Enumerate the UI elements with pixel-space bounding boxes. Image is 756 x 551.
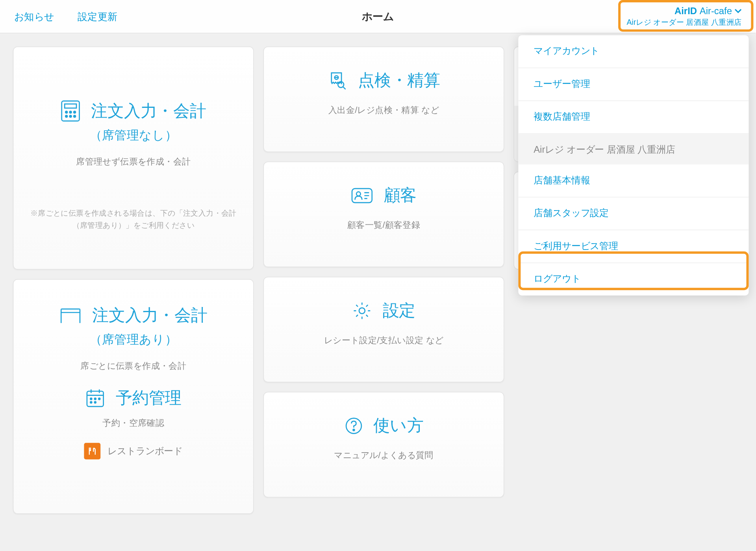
svg-point-7 [74,115,76,117]
svg-point-9 [90,398,92,399]
card-desc: 席管理せず伝票を作成・会計 [25,156,241,167]
card-title: 注文入力・会計 [92,304,208,327]
table-icon [59,305,82,325]
card-title: 使い方 [373,415,423,437]
menu-user-mgmt[interactable]: ユーザー管理 [518,68,749,101]
gear-icon [352,301,372,321]
card-desc: レシート設定/支払い設定 など [276,335,492,346]
calendar-icon [85,388,105,409]
card-subtitle: （席管理なし） [25,127,241,143]
svg-point-3 [70,111,72,113]
receipt-search-icon [327,70,347,91]
card-title: 設定 [383,300,416,322]
card-order-seat[interactable]: 注文入力・会計 （席管理あり） 席ごとに伝票を作成・会計 予約管理 予約・空席確… [13,279,254,514]
card-desc-reserve: 予約・空席確認 [25,418,241,429]
svg-point-10 [94,398,96,399]
restaurant-board-icon [84,443,100,459]
restaurant-board-label: レストランボード [107,445,183,457]
svg-point-17 [356,192,360,196]
svg-point-18 [359,308,365,314]
card-title: 点検・精算 [358,69,440,92]
svg-point-12 [90,401,92,403]
calculator-icon [61,100,81,122]
menu-multi-store[interactable]: 複数店舗管理 [518,101,749,134]
card-howto[interactable]: 使い方 マニュアル/よくある質問 [263,392,504,497]
svg-point-2 [65,111,67,113]
svg-rect-1 [65,104,76,108]
airid-label: AirID [674,6,697,16]
card-title-reserve: 予約管理 [116,387,182,410]
card-subtitle: （席管理あり） [25,331,241,348]
svg-point-6 [70,115,72,117]
card-order-no-seat[interactable]: 注文入力・会計 （席管理なし） 席管理せず伝票を作成・会計 ※席ごとに伝票を作成… [13,46,254,270]
restaurant-board-row[interactable]: レストランボード [25,443,241,459]
svg-point-5 [65,115,67,117]
account-dropdown: マイアカウント ユーザー管理 複数店舗管理 Airレジ オーダー 居酒屋 八重洲… [518,35,749,296]
menu-store-staff[interactable]: 店舗スタッフ設定 [518,197,749,230]
card-title: 顧客 [384,185,417,207]
header-bar: お知らせ 設定更新 ホーム AirID Air-cafe Airレジ オーダー … [0,0,756,33]
nav-settings-update[interactable]: 設定更新 [78,10,117,23]
card-desc: マニュアル/よくある質問 [276,450,492,461]
menu-service-mgmt[interactable]: ご利用サービス管理 [518,230,749,263]
card-note: ※席ごとに伝票を作成される場合は、下の「注文入力・会計（席管理あり）」をご利用く… [25,207,241,232]
airid-account: Air-cafe [700,6,732,16]
menu-store-basic[interactable]: 店舗基本情報 [518,165,749,198]
card-inspection[interactable]: 点検・精算 入出金/レジ点検・精算 など [263,46,504,152]
svg-point-11 [98,398,100,399]
menu-logout[interactable]: ログアウト [518,263,749,296]
account-trigger[interactable]: AirID Air-cafe Airレジ オーダー 居酒屋 八重洲店 [626,6,741,28]
card-desc: 顧客一覧/顧客登録 [276,220,492,231]
svg-point-20 [353,429,354,431]
menu-store-header: Airレジ オーダー 居酒屋 八重洲店 [518,134,749,165]
card-desc: 入出金/レジ点検・精算 など [276,105,492,116]
card-desc: 席ごとに伝票を作成・会計 [25,361,241,372]
chevron-down-icon [735,8,742,14]
id-card-icon [351,187,373,205]
menu-my-account[interactable]: マイアカウント [518,35,749,68]
svg-point-4 [74,111,76,113]
nav-notice[interactable]: お知らせ [14,10,54,23]
card-settings[interactable]: 設定 レシート設定/支払い設定 など [263,277,504,383]
question-icon [344,416,363,435]
svg-point-13 [94,401,96,403]
card-customer[interactable]: 顧客 顧客一覧/顧客登録 [263,161,504,267]
card-title: 注文入力・会計 [91,100,206,122]
header-store-name: Airレジ オーダー 居酒屋 八重洲店 [626,18,741,28]
page-title: ホーム [362,9,394,24]
